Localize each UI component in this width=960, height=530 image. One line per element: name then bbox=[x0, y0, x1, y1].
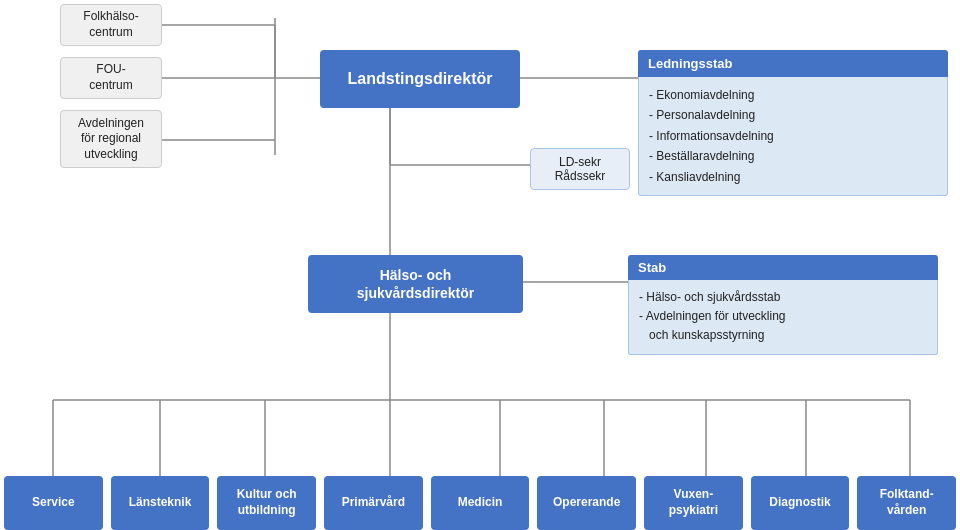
halso-direktor-box: Hälso- och sjukvårdsdirektör bbox=[308, 255, 523, 313]
ledning-item-5: - Kansliavdelning bbox=[649, 167, 937, 187]
bottom-diagnostik[interactable]: Diagnostik bbox=[751, 476, 850, 530]
bottom-folktandvarden[interactable]: Folktand- vården bbox=[857, 476, 956, 530]
stab-header: Stab bbox=[628, 255, 938, 280]
stab-item-1: - Hälso- och sjukvårdsstab bbox=[639, 288, 927, 307]
folkhälsocentrum-box: Folkhälso- centrum bbox=[60, 4, 162, 46]
foucentrum-box: FOU- centrum bbox=[60, 57, 162, 99]
bottom-primarvard[interactable]: Primärvård bbox=[324, 476, 423, 530]
ledning-item-1: - Ekonomiavdelning bbox=[649, 85, 937, 105]
bottom-lansteknik[interactable]: Länsteknik bbox=[111, 476, 210, 530]
bottom-kultur[interactable]: Kultur och utbildning bbox=[217, 476, 316, 530]
bottom-service[interactable]: Service bbox=[4, 476, 103, 530]
avdelningen-box: Avdelningen för regional utveckling bbox=[60, 110, 162, 168]
ledning-item-3: - Informationsavdelning bbox=[649, 126, 937, 146]
bottom-vuxenpsykiatri[interactable]: Vuxen- psykiatri bbox=[644, 476, 743, 530]
stab-item-2: - Avdelningen för utveckling bbox=[639, 307, 927, 326]
ld-sekr-box: LD-sekr Rådssekr bbox=[530, 148, 630, 190]
org-chart: Folkhälso- centrum FOU- centrum Avdelnin… bbox=[0, 0, 960, 530]
stab-container: Stab - Hälso- och sjukvårdsstab - Avdeln… bbox=[628, 255, 938, 355]
ledningsstab-header: Ledningsstab bbox=[638, 50, 948, 77]
ledning-item-2: - Personalavdelning bbox=[649, 105, 937, 125]
landstingsdirektor-box: Landstingsdirektör bbox=[320, 50, 520, 108]
ledningsstab-body: - Ekonomiavdelning - Personalavdelning -… bbox=[638, 77, 948, 196]
ledningsstab-container: Ledningsstab - Ekonomiavdelning - Person… bbox=[638, 50, 948, 196]
stab-item-2b: och kunskapsstyrning bbox=[639, 326, 927, 345]
ledning-item-4: - Beställaravdelning bbox=[649, 146, 937, 166]
stab-body: - Hälso- och sjukvårdsstab - Avdelningen… bbox=[628, 280, 938, 355]
bottom-medicin[interactable]: Medicin bbox=[431, 476, 530, 530]
bottom-opererande[interactable]: Opererande bbox=[537, 476, 636, 530]
